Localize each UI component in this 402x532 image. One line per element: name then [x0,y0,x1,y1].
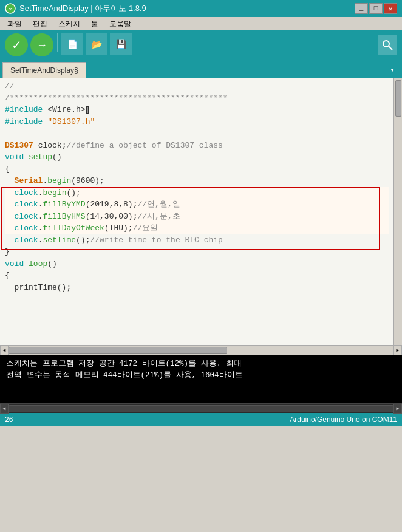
vertical-scrollbar[interactable] [393,78,402,345]
console-scroll-right[interactable]: ▶ [393,404,402,414]
code-line-6: DS1307 clock;//define a object of DS1307… [5,140,389,152]
line-number: 26 [5,415,13,424]
code-line-5 [5,128,389,140]
toolbar-left: ✓ → 📄 📂 💾 [5,33,132,56]
minimize-button[interactable]: _ [355,3,368,14]
code-line-15: } [5,246,389,258]
code-line-14: clock.setTime();//write time to the RTC … [5,234,389,247]
editor: // /************************************… [0,78,402,345]
code-line-1: // [5,80,389,92]
window-title: SetTimeAndDisplay | 아두이노 1.8.9 [19,3,146,14]
code-line-3: #include <Wire.h>| [5,104,389,116]
console-line-2: 전역 변수는 동적 메모리 444바이트(21%)를 사용, 1604바이트 [6,371,243,380]
menu-tools[interactable]: 툴 [86,18,103,30]
code-line-16: void loop() [5,258,389,270]
code-line-7: void setup() [5,151,389,163]
console-output: 스케치는 프로그램 저장 공간 4172 바이트(12%)를 사용. 최대 전역… [0,355,402,403]
tab-dropdown[interactable]: ▾ [385,62,400,78]
close-button[interactable]: ✕ [384,3,397,14]
code-line-18: printTime(); [5,282,389,294]
maximize-button[interactable]: □ [369,3,383,14]
window-controls[interactable]: _ □ ✕ [355,3,397,14]
code-area[interactable]: // /************************************… [0,78,393,345]
code-line-8: { [5,163,389,176]
search-button[interactable] [378,35,397,55]
tab-bar: SetTimeAndDisplay§ ▾ [0,60,402,78]
menu-bar: 파일 편집 스케치 툴 도움말 [0,17,402,30]
toolbar-separator-1 [57,33,58,52]
console-scroll-thumb[interactable] [9,405,393,412]
svg-line-3 [389,46,392,50]
upload-button[interactable]: → [30,33,53,56]
code-line-10: clock.begin(); [5,187,389,199]
board-info: Arduino/Genuino Uno on COM11 [290,415,397,424]
menu-sketch[interactable]: 스케치 [53,18,85,30]
new-button[interactable]: 📄 [61,33,83,55]
status-bar: 26 Arduino/Genuino Uno on COM11 [0,413,402,426]
scroll-track[interactable] [9,346,393,355]
app-icon: ∞ [5,3,16,14]
code-line-2: /***************************************… [5,92,389,104]
editor-tab[interactable]: SetTimeAndDisplay§ [2,62,86,78]
code-line-13: clock.fillDayOfWeek(THU);//요일 [5,222,389,234]
title-bar: ∞ SetTimeAndDisplay | 아두이노 1.8.9 _ □ ✕ [0,0,402,17]
scroll-left-button[interactable]: ◀ [0,346,9,355]
menu-edit[interactable]: 편집 [28,18,52,30]
open-button[interactable]: 📂 [86,33,107,55]
scrollbar-thumb-v[interactable] [395,80,401,117]
menu-file[interactable]: 파일 [2,18,27,30]
code-line-12: clock.fillByHMS(14,30,00);//시,분,초 [5,211,389,223]
console-scroll-left[interactable]: ◀ [0,404,9,414]
console-scroll-track[interactable] [9,405,393,412]
menu-help[interactable]: 도움말 [104,18,136,30]
tab-label: SetTimeAndDisplay§ [10,66,78,75]
code-line-17: { [5,270,389,282]
bottom-scrollbar[interactable]: ◀ ▶ [0,403,402,413]
verify-button[interactable]: ✓ [5,33,28,56]
horizontal-scrollbar[interactable]: ◀ ▶ [0,345,402,355]
svg-text:∞: ∞ [9,6,12,13]
toolbar: ✓ → 📄 📂 💾 [0,30,402,60]
code-line-9: Serial.begin(9600); [5,175,389,187]
title-bar-left: ∞ SetTimeAndDisplay | 아두이노 1.8.9 [5,3,146,14]
scroll-thumb-h[interactable] [9,347,227,354]
save-button[interactable]: 💾 [110,33,132,55]
console-line-1: 스케치는 프로그램 저장 공간 4172 바이트(12%)를 사용. 최대 [6,360,242,368]
svg-point-2 [383,41,389,47]
code-line-11: clock.fillByYMD(2019,8,8);//연,월,일 [5,199,389,211]
code-line-4: #include "DS1307.h" [5,116,389,128]
scroll-right-button[interactable]: ▶ [393,346,402,355]
